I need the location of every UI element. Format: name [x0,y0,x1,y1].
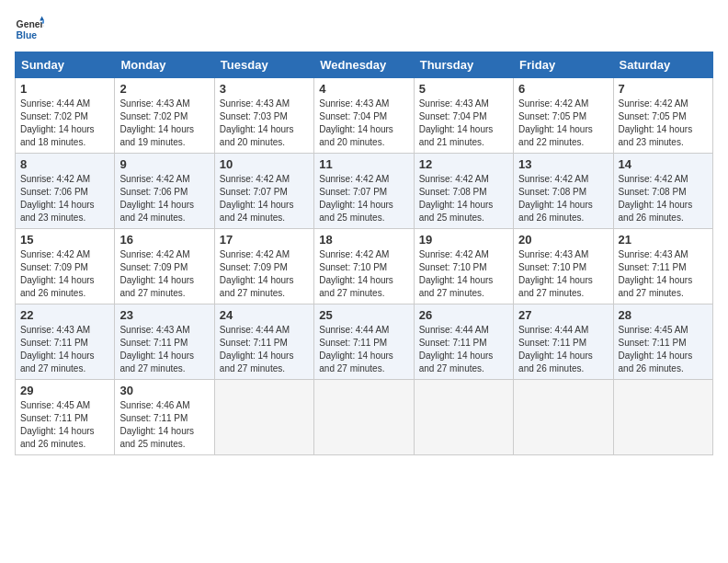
calendar-cell: 26Sunrise: 4:44 AMSunset: 7:11 PMDayligh… [414,304,513,380]
day-info: Sunrise: 4:46 AMSunset: 7:11 PMDaylight:… [119,399,209,451]
weekday-header-tuesday: Tuesday [214,52,313,78]
calendar-cell: 10Sunrise: 4:42 AMSunset: 7:07 PMDayligh… [214,154,313,229]
week-row-2: 8Sunrise: 4:42 AMSunset: 7:06 PMDaylight… [16,154,713,229]
weekday-header-thursday: Thursday [414,52,513,78]
day-info: Sunrise: 4:42 AMSunset: 7:08 PMDaylight:… [619,173,708,224]
week-row-1: 1Sunrise: 4:44 AMSunset: 7:02 PMDaylight… [16,78,713,154]
svg-text:Blue: Blue [17,30,38,40]
day-number: 22 [20,308,109,322]
calendar-cell [514,380,613,455]
calendar-cell: 11Sunrise: 4:42 AMSunset: 7:07 PMDayligh… [314,154,414,229]
day-info: Sunrise: 4:42 AMSunset: 7:09 PMDaylight:… [119,248,209,300]
day-number: 25 [319,308,408,322]
svg-marker-2 [40,17,44,21]
calendar-cell: 13Sunrise: 4:42 AMSunset: 7:08 PMDayligh… [514,154,613,229]
day-info: Sunrise: 4:42 AMSunset: 7:08 PMDaylight:… [518,173,608,224]
day-info: Sunrise: 4:43 AMSunset: 7:11 PMDaylight:… [619,248,708,300]
day-info: Sunrise: 4:42 AMSunset: 7:07 PMDaylight:… [319,173,408,224]
day-info: Sunrise: 4:42 AMSunset: 7:06 PMDaylight:… [20,173,109,224]
day-info: Sunrise: 4:42 AMSunset: 7:08 PMDaylight:… [419,173,508,224]
calendar-cell: 29Sunrise: 4:45 AMSunset: 7:11 PMDayligh… [16,380,115,455]
day-info: Sunrise: 4:42 AMSunset: 7:07 PMDaylight:… [220,173,309,224]
calendar-cell: 19Sunrise: 4:42 AMSunset: 7:10 PMDayligh… [414,229,513,304]
calendar-cell: 3Sunrise: 4:43 AMSunset: 7:03 PMDaylight… [214,78,313,154]
calendar-cell: 25Sunrise: 4:44 AMSunset: 7:11 PMDayligh… [314,304,414,380]
day-number: 19 [419,233,508,247]
day-number: 5 [419,82,508,96]
calendar-cell: 21Sunrise: 4:43 AMSunset: 7:11 PMDayligh… [613,229,712,304]
weekday-header-sunday: Sunday [16,52,115,78]
calendar-cell: 6Sunrise: 4:42 AMSunset: 7:05 PMDaylight… [514,78,613,154]
calendar-cell: 5Sunrise: 4:43 AMSunset: 7:04 PMDaylight… [414,78,513,154]
day-number: 23 [119,308,209,322]
calendar-cell [314,380,414,455]
day-number: 2 [119,82,209,96]
header: General Blue [15,15,713,44]
calendar-cell: 27Sunrise: 4:44 AMSunset: 7:11 PMDayligh… [514,304,613,380]
weekday-header-monday: Monday [115,52,214,78]
week-row-3: 15Sunrise: 4:42 AMSunset: 7:09 PMDayligh… [16,229,713,304]
calendar-cell: 4Sunrise: 4:43 AMSunset: 7:04 PMDaylight… [314,78,414,154]
calendar-cell: 20Sunrise: 4:43 AMSunset: 7:10 PMDayligh… [514,229,613,304]
calendar-cell: 7Sunrise: 4:42 AMSunset: 7:05 PMDaylight… [613,78,712,154]
day-info: Sunrise: 4:44 AMSunset: 7:02 PMDaylight:… [20,98,109,149]
day-number: 27 [518,308,608,322]
calendar-cell: 23Sunrise: 4:43 AMSunset: 7:11 PMDayligh… [115,304,214,380]
weekday-header-friday: Friday [514,52,613,78]
weekday-header-saturday: Saturday [613,52,712,78]
day-number: 6 [518,82,608,96]
calendar-cell: 8Sunrise: 4:42 AMSunset: 7:06 PMDaylight… [16,154,115,229]
day-number: 4 [319,82,408,96]
svg-text:General: General [17,19,44,29]
week-row-4: 22Sunrise: 4:43 AMSunset: 7:11 PMDayligh… [16,304,713,380]
calendar-cell: 22Sunrise: 4:43 AMSunset: 7:11 PMDayligh… [16,304,115,380]
day-info: Sunrise: 4:42 AMSunset: 7:05 PMDaylight:… [518,98,608,149]
day-info: Sunrise: 4:45 AMSunset: 7:11 PMDaylight:… [619,324,708,375]
calendar-cell: 12Sunrise: 4:42 AMSunset: 7:08 PMDayligh… [414,154,513,229]
calendar-cell [214,380,313,455]
day-number: 29 [20,384,109,397]
day-info: Sunrise: 4:42 AMSunset: 7:06 PMDaylight:… [119,173,209,224]
calendar-cell: 1Sunrise: 4:44 AMSunset: 7:02 PMDaylight… [16,78,115,154]
calendar-cell [613,380,712,455]
day-number: 11 [319,157,408,171]
day-info: Sunrise: 4:42 AMSunset: 7:09 PMDaylight:… [220,248,309,300]
day-number: 20 [518,233,608,247]
calendar-cell: 28Sunrise: 4:45 AMSunset: 7:11 PMDayligh… [613,304,712,380]
logo-icon: General Blue [15,15,44,44]
day-number: 1 [20,82,109,96]
logo: General Blue [15,15,44,44]
day-number: 17 [220,233,309,247]
day-number: 10 [220,157,309,171]
calendar-cell: 17Sunrise: 4:42 AMSunset: 7:09 PMDayligh… [214,229,313,304]
day-number: 28 [619,308,708,322]
day-number: 9 [119,157,209,171]
calendar-cell: 15Sunrise: 4:42 AMSunset: 7:09 PMDayligh… [16,229,115,304]
day-number: 21 [619,233,708,247]
calendar-cell: 16Sunrise: 4:42 AMSunset: 7:09 PMDayligh… [115,229,214,304]
weekday-header-row: SundayMondayTuesdayWednesdayThursdayFrid… [16,52,713,78]
day-info: Sunrise: 4:42 AMSunset: 7:09 PMDaylight:… [20,248,109,300]
day-info: Sunrise: 4:43 AMSunset: 7:03 PMDaylight:… [220,98,309,149]
day-info: Sunrise: 4:44 AMSunset: 7:11 PMDaylight:… [319,324,408,375]
week-row-5: 29Sunrise: 4:45 AMSunset: 7:11 PMDayligh… [16,380,713,455]
day-number: 8 [20,157,109,171]
weekday-header-wednesday: Wednesday [314,52,414,78]
day-number: 26 [419,308,508,322]
day-number: 14 [619,157,708,171]
day-info: Sunrise: 4:44 AMSunset: 7:11 PMDaylight:… [518,324,608,375]
day-info: Sunrise: 4:45 AMSunset: 7:11 PMDaylight:… [20,399,109,451]
day-number: 3 [220,82,309,96]
day-number: 30 [119,384,209,397]
day-info: Sunrise: 4:42 AMSunset: 7:10 PMDaylight:… [319,248,408,300]
calendar-cell [414,380,513,455]
calendar-cell: 14Sunrise: 4:42 AMSunset: 7:08 PMDayligh… [613,154,712,229]
day-number: 16 [119,233,209,247]
calendar-cell: 9Sunrise: 4:42 AMSunset: 7:06 PMDaylight… [115,154,214,229]
day-info: Sunrise: 4:43 AMSunset: 7:04 PMDaylight:… [419,98,508,149]
day-info: Sunrise: 4:44 AMSunset: 7:11 PMDaylight:… [419,324,508,375]
day-info: Sunrise: 4:43 AMSunset: 7:10 PMDaylight:… [518,248,608,300]
day-number: 7 [619,82,708,96]
calendar-cell: 2Sunrise: 4:43 AMSunset: 7:02 PMDaylight… [115,78,214,154]
calendar-cell: 18Sunrise: 4:42 AMSunset: 7:10 PMDayligh… [314,229,414,304]
